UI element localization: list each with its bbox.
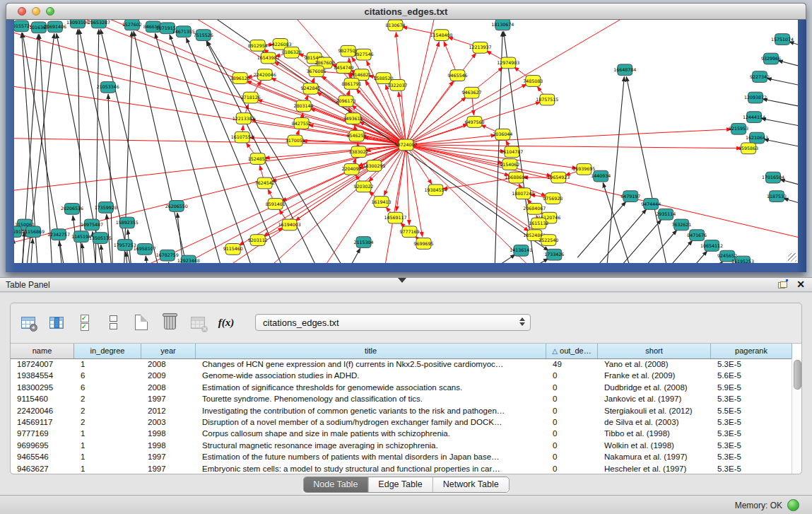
graph-node[interactable]: 2803144 bbox=[294, 100, 314, 112]
table-row[interactable]: 969969511998Structural magnetic resonanc… bbox=[11, 440, 801, 452]
tab-node-table[interactable]: Node Table bbox=[303, 477, 368, 492]
float-panel-icon[interactable] bbox=[778, 281, 787, 288]
graph-node[interactable]: 7624542 bbox=[255, 177, 275, 189]
graph-node[interactable]: 12093872 bbox=[744, 92, 767, 103]
table-row[interactable]: 1456911722003Disruption of a novel membe… bbox=[11, 417, 801, 428]
graph-node[interactable]: 8861791 bbox=[342, 78, 362, 90]
graph-node[interactable]: 8186328 bbox=[282, 47, 302, 58]
table-selector-dropdown[interactable]: citations_edges.txt bbox=[255, 314, 531, 331]
graph-node[interactable]: 9756928 bbox=[543, 193, 563, 204]
table-row[interactable]: 1830029562008Estimation of significance … bbox=[11, 382, 801, 394]
graph-node[interactable]: 3676085 bbox=[307, 66, 326, 77]
table-row[interactable]: 2242004622012Investigating the contribut… bbox=[11, 406, 801, 417]
graph-node[interactable]: 2935114 bbox=[656, 209, 676, 220]
graph-node[interactable]: 9242845 bbox=[301, 83, 321, 94]
graph-node[interactable]: 21053346 bbox=[97, 81, 119, 93]
graph-node[interactable]: 3170051 bbox=[286, 135, 305, 146]
graph-node[interactable]: 1733426 bbox=[544, 249, 564, 260]
graph-node[interactable]: 1145194 bbox=[71, 231, 91, 243]
close-panel-icon[interactable]: ✕ bbox=[796, 279, 805, 289]
network-canvas[interactable]: 2015572410163632069140613093106106532871… bbox=[14, 20, 798, 263]
graph-node[interactable]: 9203112 bbox=[248, 235, 268, 246]
resize-grip-icon[interactable] bbox=[788, 253, 796, 262]
graph-node[interactable]: 8130674 bbox=[386, 20, 406, 31]
graph-node[interactable]: 8215953 bbox=[729, 123, 748, 134]
graph-node[interactable]: 9203022 bbox=[354, 181, 374, 192]
graph-node[interactable]: 2718126 bbox=[241, 92, 261, 103]
graph-node[interactable]: 19654923 bbox=[547, 172, 570, 183]
graph-node[interactable]: 12923448 bbox=[177, 255, 200, 263]
graph-node[interactable]: 7485083 bbox=[523, 76, 543, 87]
graph-node[interactable]: 9329966 bbox=[761, 53, 781, 64]
graph-node[interactable]: 2522540 bbox=[539, 235, 558, 246]
table-vertical-scrollbar[interactable] bbox=[792, 358, 801, 474]
show-columns-icon[interactable] bbox=[47, 313, 66, 332]
graph-node[interactable]: 18130674 bbox=[491, 20, 514, 30]
graph-node[interactable]: 16648784 bbox=[613, 64, 636, 76]
table-row[interactable]: 1938455462009Genome-wide association stu… bbox=[11, 370, 801, 382]
graph-node[interactable]: 9227342 bbox=[750, 71, 770, 83]
create-document-icon[interactable] bbox=[132, 313, 151, 332]
graph-node[interactable]: 2096173 bbox=[336, 95, 356, 107]
column-header-title[interactable]: title bbox=[196, 344, 546, 358]
graph-node[interactable]: 17359928 bbox=[95, 202, 117, 214]
graph-node[interactable]: 16107553 bbox=[231, 132, 254, 143]
graph-node[interactable]: 13093106 bbox=[66, 20, 89, 28]
graph-node[interactable]: 8427552 bbox=[292, 118, 312, 129]
graph-node[interactable]: 9115460 bbox=[223, 243, 243, 255]
table-row[interactable]: 1872400712008Changes of HCN gene express… bbox=[11, 359, 801, 370]
graph-node[interactable]: 8471676 bbox=[687, 230, 707, 241]
select-rows-icon[interactable]: ✓✓ bbox=[76, 313, 94, 332]
graph-node[interactable]: 8591401 bbox=[266, 199, 286, 210]
graph-node[interactable]: 1440934 bbox=[591, 170, 611, 182]
graph-node[interactable]: 3493611 bbox=[343, 113, 363, 124]
column-header-name[interactable]: name bbox=[11, 344, 74, 358]
graph-node[interactable]: 12213937 bbox=[469, 42, 491, 53]
graph-node[interactable]: 3927546 bbox=[354, 49, 374, 60]
graph-node[interactable]: 1595863 bbox=[739, 143, 758, 154]
column-header-pagerank[interactable]: pagerank bbox=[711, 344, 792, 358]
graph-node[interactable]: 1527602 bbox=[122, 20, 142, 30]
graph-node[interactable]: 14136141 bbox=[510, 245, 532, 256]
graph-node[interactable]: 11548408 bbox=[430, 30, 452, 41]
graph-node[interactable]: 2036044 bbox=[493, 129, 512, 140]
graph-node[interactable]: 10653287 bbox=[88, 20, 110, 28]
graph-node[interactable]: 7632621 bbox=[671, 219, 691, 230]
graph-node[interactable]: 8454749 bbox=[334, 62, 354, 74]
graph-node[interactable]: 19384554 bbox=[424, 185, 447, 196]
graph-node[interactable]: 18757515 bbox=[536, 94, 558, 105]
graph-node[interactable]: 1619413 bbox=[372, 197, 392, 208]
graph-node[interactable]: 17016504 bbox=[762, 172, 784, 183]
graph-node[interactable]: 7515526 bbox=[194, 30, 213, 41]
graph-node[interactable]: 6497568 bbox=[464, 117, 484, 128]
graph-node[interactable]: 9463627 bbox=[461, 87, 481, 98]
graph-node[interactable]: 9546259 bbox=[347, 130, 367, 141]
memory-status-icon[interactable] bbox=[787, 499, 799, 511]
graph-node[interactable]: 16210643 bbox=[746, 132, 768, 144]
table-options-icon[interactable] bbox=[19, 313, 37, 332]
graph-node[interactable]: 9777169 bbox=[399, 226, 419, 238]
tab-edge-table[interactable]: Edge Table bbox=[368, 477, 433, 492]
split-pane-grip-icon[interactable] bbox=[398, 278, 406, 283]
graph-node[interactable]: 12444154 bbox=[743, 112, 765, 123]
graph-node[interactable]: 1615132 bbox=[529, 218, 548, 229]
graph-node[interactable]: 3896120 bbox=[230, 73, 250, 84]
graph-node[interactable]: 2115304 bbox=[354, 237, 374, 248]
column-header-short[interactable]: short bbox=[598, 344, 711, 358]
graph-node[interactable]: 15892355 bbox=[116, 217, 139, 228]
window-titlebar[interactable]: citations_edges.txt bbox=[6, 3, 806, 20]
graph-node[interactable]: 2204097 bbox=[342, 163, 362, 175]
graph-node[interactable]: 8912954 bbox=[248, 40, 268, 52]
table-row[interactable]: 946554611997Estimation of the future num… bbox=[11, 452, 801, 463]
scrollbar-thumb[interactable] bbox=[794, 360, 801, 390]
table-row[interactable]: 946362711997Embryonic stem cells: a mode… bbox=[11, 464, 801, 474]
column-header-in_degree[interactable]: in_degree bbox=[74, 344, 141, 358]
column-header-year[interactable]: year bbox=[141, 344, 196, 358]
function-builder-icon[interactable]: f(x) bbox=[217, 313, 235, 332]
graph-node[interactable]: 14569117 bbox=[384, 212, 407, 223]
graph-node[interactable]: 16543982 bbox=[257, 52, 280, 64]
graph-node[interactable]: 18807249 bbox=[512, 188, 534, 199]
graph-node[interactable]: 10654112 bbox=[700, 240, 723, 252]
column-header-out_de[interactable]: △out_de… bbox=[546, 344, 598, 358]
graph-node[interactable]: 1187533 bbox=[767, 191, 787, 202]
